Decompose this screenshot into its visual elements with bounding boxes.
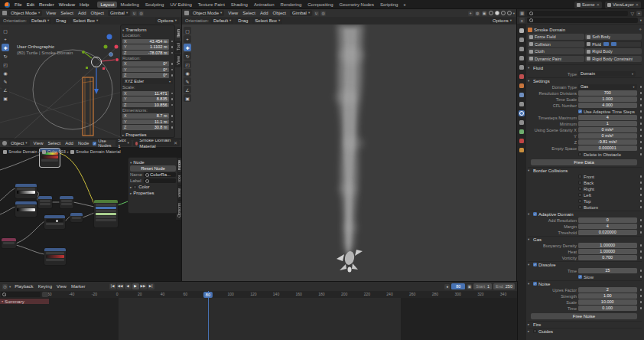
animate-decorator-icon[interactable] <box>640 153 642 155</box>
cursor-tool-icon[interactable]: + <box>2 35 9 43</box>
reset-node-button[interactable]: Reset Node <box>130 165 176 172</box>
channel-filter-button[interactable] <box>42 292 48 297</box>
animate-decorator-icon[interactable] <box>640 181 642 184</box>
summary-channel[interactable]: ▾Summary <box>0 299 49 304</box>
menu-marker[interactable]: Marker <box>69 284 88 289</box>
vorticity-field[interactable]: 0.700 <box>578 255 637 260</box>
animate-decorator-icon[interactable] <box>171 126 174 129</box>
left-check[interactable]: Left <box>578 193 591 198</box>
animate-decorator-icon[interactable] <box>640 194 642 196</box>
mode-dropdown[interactable]: Object Mode▾ <box>190 10 224 16</box>
animate-decorator-icon[interactable] <box>640 257 642 259</box>
free-data-button[interactable]: Free Data <box>531 159 637 165</box>
options-dropdown[interactable]: Options▾ <box>155 18 179 24</box>
transform-tool-icon[interactable]: ◉ <box>2 69 9 77</box>
properties-search-input[interactable] <box>527 18 638 23</box>
move-tool-icon[interactable]: ✚ <box>2 44 9 51</box>
measure-tool-icon[interactable]: ∠ <box>184 86 191 93</box>
menu-view[interactable]: View <box>44 11 58 15</box>
breadcrumb-item[interactable]: Cube.003 <box>47 149 66 154</box>
proportional-edit-icon[interactable]: ◎ <box>138 11 144 16</box>
filter-funnel-icon[interactable]: ▽ <box>630 11 634 16</box>
outliner-display-mode-icon[interactable]: ▦ <box>519 11 525 16</box>
animate-decorator-icon[interactable] <box>640 250 642 253</box>
animate-decorator-icon[interactable] <box>640 225 642 227</box>
animate-decorator-icon[interactable] <box>171 52 174 54</box>
channel-search-input[interactable] <box>1 292 41 297</box>
animate-decorator-icon[interactable] <box>640 295 642 297</box>
rigid-body-constraint-button[interactable]: Rigid Body Constraint <box>585 56 642 62</box>
measure-tool-icon[interactable]: ∠ <box>2 86 9 93</box>
volume-info-node[interactable] <box>2 238 16 248</box>
time-field[interactable]: 0.100 <box>578 306 637 311</box>
menu-window[interactable]: Window <box>57 2 77 7</box>
jump-to-end-button[interactable]: ▶| <box>148 283 154 289</box>
using-scene-gravity-x-field[interactable]: 0 m/s² <box>578 127 637 132</box>
bottom-check[interactable]: Bottom <box>578 205 598 210</box>
soft-body-button[interactable]: Soft Body <box>585 34 642 40</box>
workspace-tab-shading[interactable]: Shading <box>228 2 251 8</box>
workspace-tab-uv-editing[interactable]: UV Editing <box>167 2 194 8</box>
workspace-tab-animation[interactable]: Animation <box>251 2 278 8</box>
menu-help[interactable]: Help <box>77 2 91 7</box>
new-collection-icon[interactable]: + <box>636 11 642 16</box>
slot-dropdown[interactable]: Slot 1▾ <box>115 140 132 146</box>
breadcrumb-item[interactable]: Smoke Domain Material <box>76 149 121 154</box>
material-tab-icon[interactable] <box>519 138 525 144</box>
timeline-ruler[interactable]: -60-40-200204060100120140160180200220240… <box>0 291 517 298</box>
colorramp-node[interactable] <box>15 184 37 198</box>
animate-decorator-icon[interactable] <box>640 86 642 88</box>
workspace-tab-layout[interactable]: Layout <box>97 2 117 8</box>
shading-dropdown-icon[interactable]: ▾ <box>513 11 515 15</box>
math-node[interactable] <box>60 196 73 208</box>
animate-decorator-icon[interactable] <box>640 200 642 202</box>
view-layer-tab-icon[interactable] <box>519 55 525 61</box>
viewport-enable-toggle[interactable] <box>611 42 616 47</box>
annotate-tool-icon[interactable]: ✎ <box>2 77 9 85</box>
timeline-editor-icon[interactable]: ◷ <box>2 284 8 289</box>
axis-value-field[interactable]: X43.454 m <box>122 39 169 44</box>
menu-node[interactable]: Node <box>76 141 91 145</box>
menu-keying[interactable]: Keying <box>36 284 54 289</box>
add-resolution-field[interactable]: 0 <box>578 217 637 223</box>
fire-section-header[interactable]: ▸Fire <box>528 321 642 328</box>
world-tab-icon[interactable] <box>519 74 525 80</box>
axis-value-field[interactable]: Y0° <box>122 67 169 73</box>
viewlayer-close-icon[interactable]: ✕ <box>636 2 639 7</box>
use-adaptive-time-steps-check[interactable]: ✓Use Adaptive Time Steps <box>578 110 635 114</box>
shading-material-icon[interactable] <box>501 11 506 15</box>
animate-decorator-icon[interactable] <box>171 74 174 77</box>
workspace-tab-scripting[interactable]: Scripting <box>377 2 401 8</box>
strength-field[interactable]: 1.00 <box>578 293 637 299</box>
animate-decorator-icon[interactable] <box>640 92 642 94</box>
menu-select[interactable]: Select <box>58 11 76 15</box>
axis-value-field[interactable]: Z0° <box>122 73 169 78</box>
menu-add[interactable]: Add <box>63 141 76 145</box>
noise-checkbox[interactable]: ✓ <box>533 282 537 286</box>
animate-decorator-icon[interactable] <box>640 270 642 272</box>
animate-decorator-icon[interactable] <box>640 219 642 221</box>
scale-tool-icon[interactable]: ◰ <box>184 60 191 68</box>
mode-dropdown[interactable]: Object Mode▾ <box>8 10 42 16</box>
texture-tab-icon[interactable] <box>519 147 525 153</box>
menu-add[interactable]: Add <box>258 11 271 15</box>
playhead[interactable] <box>208 291 209 340</box>
axis-value-field[interactable]: Z-78.078 m <box>122 51 169 56</box>
snap-magnet-icon[interactable]: ∪ <box>314 11 319 16</box>
adaptive-domain-header[interactable]: ▾✓Adaptive Domain <box>528 211 642 217</box>
menu-edit[interactable]: Edit <box>24 2 37 7</box>
cloth-button[interactable]: Cloth <box>528 48 584 54</box>
rotate-tool-icon[interactable]: ↻ <box>184 52 191 60</box>
properties-filter-icon[interactable]: ▾ <box>640 18 642 22</box>
animate-decorator-icon[interactable] <box>640 231 642 234</box>
animate-decorator-icon[interactable] <box>171 46 174 48</box>
node-label-field[interactable] <box>144 178 176 184</box>
guides-checkbox[interactable] <box>533 329 537 333</box>
animate-decorator-icon[interactable] <box>171 115 174 117</box>
shader-type-dropdown[interactable]: Object▾ <box>8 140 30 146</box>
options-dropdown[interactable]: Options▾ <box>490 18 514 24</box>
slow-check[interactable]: ✓Slow <box>578 275 594 280</box>
drag-dropdown[interactable]: Drag <box>54 18 68 24</box>
shading-solid-icon[interactable] <box>495 11 499 15</box>
scene-tab-icon[interactable] <box>519 64 525 70</box>
